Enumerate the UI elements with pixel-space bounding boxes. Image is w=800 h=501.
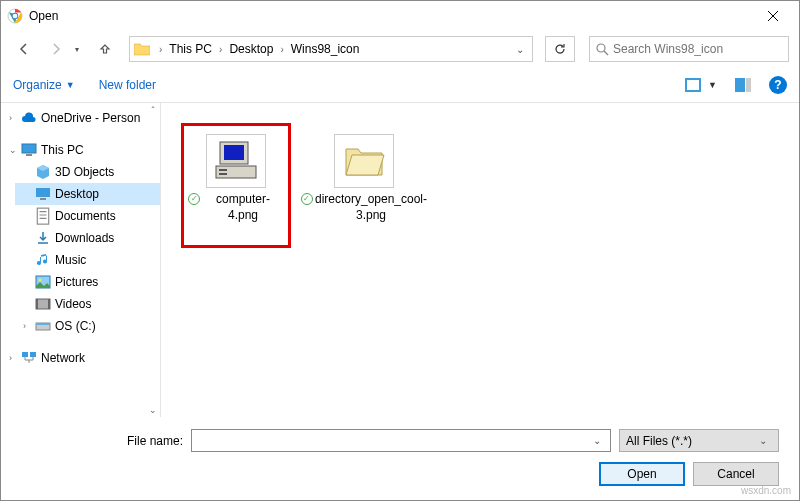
svg-point-4 [597, 44, 605, 52]
footer: File name: ⌄ All Files (*.*) ⌄ Open Canc… [1, 417, 799, 500]
view-mode-button[interactable]: ▼ [685, 78, 717, 92]
sync-icon: ✓ [301, 193, 313, 205]
music-icon [35, 252, 51, 268]
preview-pane-button[interactable] [735, 78, 751, 92]
pc-icon [21, 142, 37, 158]
tree-network[interactable]: ›Network [1, 347, 160, 369]
chevron-right-icon[interactable]: › [154, 44, 167, 55]
help-button[interactable]: ? [769, 76, 787, 94]
cancel-button[interactable]: Cancel [693, 462, 779, 486]
tree-videos[interactable]: Videos [15, 293, 160, 315]
tree-pictures[interactable]: Pictures [15, 271, 160, 293]
svg-rect-24 [224, 145, 244, 160]
file-name: computer-4.png [202, 192, 284, 223]
svg-rect-20 [36, 323, 50, 325]
scroll-down-icon[interactable]: ⌄ [148, 405, 158, 415]
documents-icon [35, 208, 51, 224]
back-button[interactable] [11, 36, 37, 62]
tree-thispc[interactable]: ⌄ This PC [1, 139, 160, 161]
svg-rect-12 [40, 198, 46, 200]
folder-tree: ˆ › OneDrive - Person ⌄ This PC 3D Objec… [1, 103, 161, 417]
search-input[interactable] [613, 42, 782, 56]
scroll-up-icon[interactable]: ˆ [148, 105, 158, 115]
thumbnail [334, 134, 394, 188]
svg-rect-16 [36, 299, 50, 309]
tree-onedrive[interactable]: › OneDrive - Person [1, 107, 160, 129]
breadcrumb-thispc[interactable]: This PC [167, 42, 214, 56]
filename-dropdown-icon[interactable]: ⌄ [588, 435, 606, 446]
breadcrumb-dropdown-icon[interactable]: ⌄ [516, 44, 524, 55]
organize-button[interactable]: Organize▼ [13, 78, 75, 92]
tree-music[interactable]: Music [15, 249, 160, 271]
pictures-icon [35, 274, 51, 290]
breadcrumb-desktop[interactable]: Desktop [227, 42, 275, 56]
chevron-right-icon[interactable]: › [275, 44, 288, 55]
open-button[interactable]: Open [599, 462, 685, 486]
up-button[interactable] [93, 37, 117, 61]
svg-rect-22 [30, 352, 36, 357]
chrome-icon [7, 8, 23, 24]
svg-rect-9 [22, 144, 36, 153]
tree-osdrive[interactable]: ›OS (C:) [15, 315, 160, 337]
new-folder-button[interactable]: New folder [99, 78, 156, 92]
file-computer4[interactable]: ✓computer-4.png [181, 123, 291, 248]
svg-rect-11 [36, 188, 50, 197]
svg-point-15 [39, 279, 42, 282]
tree-downloads[interactable]: Downloads [15, 227, 160, 249]
tree-desktop[interactable]: Desktop [15, 183, 160, 205]
toolbar: Organize▼ New folder ▼ ? [1, 67, 799, 103]
chevron-right-icon[interactable]: › [23, 321, 35, 331]
svg-rect-17 [36, 299, 38, 309]
desktop-icon [35, 186, 51, 202]
forward-button[interactable] [43, 36, 69, 62]
tree-3dobjects[interactable]: 3D Objects [15, 161, 160, 183]
file-filter-dropdown[interactable]: All Files (*.*) ⌄ [619, 429, 779, 452]
chevron-down-icon[interactable]: ⌄ [9, 145, 21, 155]
svg-rect-10 [26, 154, 32, 156]
thumbnail [206, 134, 266, 188]
svg-rect-13 [37, 208, 48, 224]
chevron-down-icon: ⌄ [754, 435, 772, 446]
search-box[interactable] [589, 36, 789, 62]
videos-icon [35, 296, 51, 312]
file-list[interactable]: ✓computer-4.png ✓directory_open_cool-3.p… [161, 103, 799, 417]
file-directory-open[interactable]: ✓directory_open_cool-3.png [309, 123, 419, 223]
svg-rect-6 [687, 80, 699, 90]
svg-rect-7 [735, 78, 745, 92]
file-name: directory_open_cool-3.png [315, 192, 427, 223]
close-button[interactable] [753, 2, 793, 30]
window-title: Open [29, 9, 753, 23]
chevron-down-icon: ▼ [66, 80, 75, 90]
chevron-right-icon[interactable]: › [9, 353, 21, 363]
svg-rect-21 [22, 352, 28, 357]
cloud-icon [21, 110, 37, 126]
3d-icon [35, 164, 51, 180]
breadcrumb-current[interactable]: Wins98_icon [289, 42, 362, 56]
svg-rect-26 [219, 169, 227, 171]
svg-rect-18 [48, 299, 50, 309]
svg-point-3 [13, 14, 18, 19]
titlebar: Open [1, 1, 799, 31]
nav-bar: ▾ › This PC › Desktop › Wins98_icon ⌄ [1, 31, 799, 67]
search-icon [596, 43, 609, 56]
history-dropdown-icon[interactable]: ▾ [75, 45, 87, 54]
tree-documents[interactable]: Documents [15, 205, 160, 227]
svg-rect-25 [216, 166, 256, 178]
filename-label: File name: [21, 434, 191, 448]
svg-rect-27 [219, 173, 227, 175]
drive-icon [35, 318, 51, 334]
svg-rect-8 [746, 78, 751, 92]
sync-icon: ✓ [188, 193, 200, 205]
chevron-down-icon: ▼ [708, 80, 717, 90]
breadcrumb[interactable]: › This PC › Desktop › Wins98_icon ⌄ [129, 36, 533, 62]
refresh-button[interactable] [545, 36, 575, 62]
folder-icon [134, 42, 150, 56]
filename-input[interactable]: ⌄ [191, 429, 611, 452]
chevron-right-icon[interactable]: › [214, 44, 227, 55]
watermark: wsxdn.com [741, 485, 791, 496]
chevron-right-icon[interactable]: › [9, 113, 21, 123]
downloads-icon [35, 230, 51, 246]
open-dialog: Open ▾ › This PC › Desktop › Wins98_icon… [0, 0, 800, 501]
network-icon [21, 350, 37, 366]
